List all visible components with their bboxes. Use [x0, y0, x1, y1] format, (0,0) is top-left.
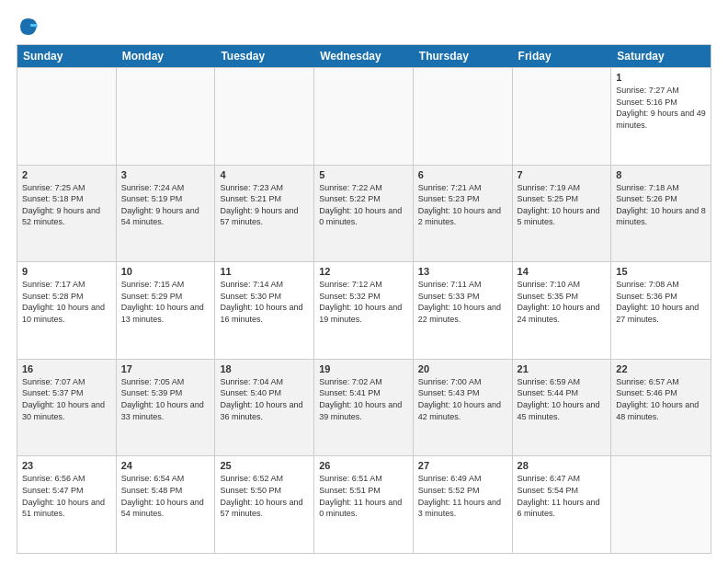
day-number: 8	[616, 169, 706, 180]
day-number: 2	[22, 169, 111, 180]
day-cell-25: 25Sunrise: 6:52 AM Sunset: 5:50 PM Dayli…	[215, 456, 314, 553]
day-cell-6: 6Sunrise: 7:21 AM Sunset: 5:23 PM Daylig…	[414, 166, 513, 262]
day-number: 6	[418, 169, 507, 180]
weekday-header-thursday: Thursday	[414, 45, 513, 67]
day-info: Sunrise: 7:19 AM Sunset: 5:25 PM Dayligh…	[518, 182, 607, 228]
calendar-header: SundayMondayTuesdayWednesdayThursdayFrid…	[17, 45, 711, 67]
day-cell-empty-0-1	[117, 68, 216, 165]
day-info: Sunrise: 7:21 AM Sunset: 5:23 PM Dayligh…	[418, 182, 507, 228]
day-number: 26	[319, 460, 408, 471]
day-cell-1: 1Sunrise: 7:27 AM Sunset: 5:16 PM Daylig…	[611, 68, 711, 165]
day-number: 9	[22, 266, 111, 277]
day-info: Sunrise: 6:54 AM Sunset: 5:48 PM Dayligh…	[121, 473, 210, 519]
day-cell-17: 17Sunrise: 7:05 AM Sunset: 5:39 PM Dayli…	[117, 360, 216, 456]
day-info: Sunrise: 6:47 AM Sunset: 5:54 PM Dayligh…	[518, 473, 607, 519]
day-number: 14	[518, 266, 607, 277]
calendar-row-1: 1Sunrise: 7:27 AM Sunset: 5:16 PM Daylig…	[17, 67, 711, 165]
day-info: Sunrise: 7:11 AM Sunset: 5:33 PM Dayligh…	[418, 279, 507, 325]
day-cell-14: 14Sunrise: 7:10 AM Sunset: 5:35 PM Dayli…	[513, 262, 612, 359]
day-number: 11	[220, 266, 309, 277]
day-cell-empty-0-4	[414, 68, 513, 165]
weekday-header-friday: Friday	[513, 45, 612, 67]
day-number: 4	[220, 169, 309, 180]
day-number: 17	[121, 363, 210, 374]
day-cell-24: 24Sunrise: 6:54 AM Sunset: 5:48 PM Dayli…	[117, 456, 216, 553]
day-info: Sunrise: 7:10 AM Sunset: 5:35 PM Dayligh…	[518, 279, 607, 325]
day-cell-empty-0-2	[215, 68, 314, 165]
calendar-body: 1Sunrise: 7:27 AM Sunset: 5:16 PM Daylig…	[17, 67, 711, 553]
day-info: Sunrise: 7:23 AM Sunset: 5:21 PM Dayligh…	[220, 182, 309, 228]
weekday-header-saturday: Saturday	[611, 45, 711, 67]
day-info: Sunrise: 7:14 AM Sunset: 5:30 PM Dayligh…	[220, 279, 309, 325]
day-cell-27: 27Sunrise: 6:49 AM Sunset: 5:52 PM Dayli…	[414, 456, 513, 553]
day-cell-10: 10Sunrise: 7:15 AM Sunset: 5:29 PM Dayli…	[117, 262, 216, 359]
day-number: 1	[616, 72, 706, 83]
day-number: 3	[121, 169, 210, 180]
day-info: Sunrise: 6:56 AM Sunset: 5:47 PM Dayligh…	[22, 473, 111, 519]
day-info: Sunrise: 7:02 AM Sunset: 5:41 PM Dayligh…	[319, 376, 408, 422]
day-number: 7	[518, 169, 607, 180]
weekday-header-tuesday: Tuesday	[215, 45, 314, 67]
day-number: 19	[319, 363, 408, 374]
day-number: 21	[518, 363, 607, 374]
day-cell-21: 21Sunrise: 6:59 AM Sunset: 5:44 PM Dayli…	[513, 360, 612, 456]
day-number: 12	[319, 266, 408, 277]
day-info: Sunrise: 7:05 AM Sunset: 5:39 PM Dayligh…	[121, 376, 210, 422]
day-cell-3: 3Sunrise: 7:24 AM Sunset: 5:19 PM Daylig…	[117, 166, 216, 262]
weekday-header-wednesday: Wednesday	[314, 45, 414, 67]
day-info: Sunrise: 7:12 AM Sunset: 5:32 PM Dayligh…	[319, 279, 408, 325]
weekday-header-sunday: Sunday	[17, 45, 117, 67]
day-info: Sunrise: 7:25 AM Sunset: 5:18 PM Dayligh…	[22, 182, 111, 228]
day-number: 16	[22, 363, 111, 374]
day-cell-20: 20Sunrise: 7:00 AM Sunset: 5:43 PM Dayli…	[414, 360, 513, 456]
calendar: SundayMondayTuesdayWednesdayThursdayFrid…	[17, 44, 711, 554]
day-info: Sunrise: 7:04 AM Sunset: 5:40 PM Dayligh…	[220, 376, 309, 422]
day-cell-19: 19Sunrise: 7:02 AM Sunset: 5:41 PM Dayli…	[314, 360, 414, 456]
day-cell-empty-0-0	[17, 68, 117, 165]
day-info: Sunrise: 7:00 AM Sunset: 5:43 PM Dayligh…	[418, 376, 507, 422]
day-info: Sunrise: 7:22 AM Sunset: 5:22 PM Dayligh…	[319, 182, 408, 228]
day-cell-23: 23Sunrise: 6:56 AM Sunset: 5:47 PM Dayli…	[17, 456, 117, 553]
calendar-row-4: 16Sunrise: 7:07 AM Sunset: 5:37 PM Dayli…	[17, 359, 711, 456]
day-info: Sunrise: 7:15 AM Sunset: 5:29 PM Dayligh…	[121, 279, 210, 325]
day-info: Sunrise: 6:57 AM Sunset: 5:46 PM Dayligh…	[616, 376, 706, 422]
page: SundayMondayTuesdayWednesdayThursdayFrid…	[0, 0, 728, 563]
day-number: 22	[616, 363, 706, 374]
day-info: Sunrise: 7:07 AM Sunset: 5:37 PM Dayligh…	[22, 376, 111, 422]
day-info: Sunrise: 6:49 AM Sunset: 5:52 PM Dayligh…	[418, 473, 507, 519]
day-info: Sunrise: 6:51 AM Sunset: 5:51 PM Dayligh…	[319, 473, 408, 519]
day-info: Sunrise: 6:59 AM Sunset: 5:44 PM Dayligh…	[518, 376, 607, 422]
calendar-row-5: 23Sunrise: 6:56 AM Sunset: 5:47 PM Dayli…	[17, 455, 711, 553]
day-cell-26: 26Sunrise: 6:51 AM Sunset: 5:51 PM Dayli…	[314, 456, 414, 553]
day-number: 27	[418, 460, 507, 471]
day-number: 20	[418, 363, 507, 374]
day-number: 5	[319, 169, 408, 180]
day-info: Sunrise: 6:52 AM Sunset: 5:50 PM Dayligh…	[220, 473, 309, 519]
day-cell-11: 11Sunrise: 7:14 AM Sunset: 5:30 PM Dayli…	[215, 262, 314, 359]
day-info: Sunrise: 7:24 AM Sunset: 5:19 PM Dayligh…	[121, 182, 210, 228]
day-cell-empty-0-5	[513, 68, 612, 165]
day-number: 28	[518, 460, 607, 471]
day-number: 15	[616, 266, 706, 277]
header	[17, 17, 711, 37]
day-number: 24	[121, 460, 210, 471]
day-cell-28: 28Sunrise: 6:47 AM Sunset: 5:54 PM Dayli…	[513, 456, 612, 553]
day-info: Sunrise: 7:08 AM Sunset: 5:36 PM Dayligh…	[616, 279, 706, 325]
day-cell-9: 9Sunrise: 7:17 AM Sunset: 5:28 PM Daylig…	[17, 262, 117, 359]
day-cell-4: 4Sunrise: 7:23 AM Sunset: 5:21 PM Daylig…	[215, 166, 314, 262]
day-number: 10	[121, 266, 210, 277]
day-cell-2: 2Sunrise: 7:25 AM Sunset: 5:18 PM Daylig…	[17, 166, 117, 262]
day-number: 23	[22, 460, 111, 471]
calendar-row-3: 9Sunrise: 7:17 AM Sunset: 5:28 PM Daylig…	[17, 261, 711, 359]
day-cell-empty-4-6	[611, 456, 711, 553]
day-cell-16: 16Sunrise: 7:07 AM Sunset: 5:37 PM Dayli…	[17, 360, 117, 456]
day-cell-18: 18Sunrise: 7:04 AM Sunset: 5:40 PM Dayli…	[215, 360, 314, 456]
logo-icon	[18, 17, 39, 37]
calendar-row-2: 2Sunrise: 7:25 AM Sunset: 5:18 PM Daylig…	[17, 165, 711, 262]
day-number: 13	[418, 266, 507, 277]
day-cell-22: 22Sunrise: 6:57 AM Sunset: 5:46 PM Dayli…	[611, 360, 711, 456]
day-info: Sunrise: 7:27 AM Sunset: 5:16 PM Dayligh…	[616, 85, 706, 131]
day-info: Sunrise: 7:18 AM Sunset: 5:26 PM Dayligh…	[616, 182, 706, 228]
day-cell-13: 13Sunrise: 7:11 AM Sunset: 5:33 PM Dayli…	[414, 262, 513, 359]
day-cell-8: 8Sunrise: 7:18 AM Sunset: 5:26 PM Daylig…	[611, 166, 711, 262]
